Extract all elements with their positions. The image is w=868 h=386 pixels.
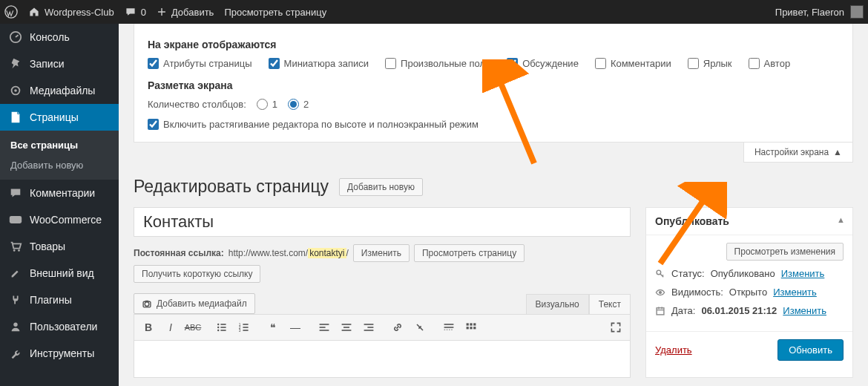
menu-tools[interactable]: Инструменты [0,340,119,367]
tab-text[interactable]: Текст [589,294,631,314]
hr-button[interactable]: — [286,318,305,337]
status-label: Статус: [671,268,705,279]
bold-button[interactable]: B [139,318,158,337]
menu-label: Записи [30,58,64,70]
update-button[interactable]: Обновить [777,339,844,361]
permalink-edit-button[interactable]: Изменить [353,244,410,262]
editor-toolbar: B I ABC 123 ❝ — [134,314,631,341]
toolbar-toggle-button[interactable] [461,318,481,337]
menu-dashboard[interactable]: Консоль [0,24,119,50]
view-page-link[interactable]: Просмотреть страницу [224,7,326,18]
comments-count: 0 [141,7,146,18]
menu-plugins[interactable]: Плагины [0,287,119,313]
check-page-attributes[interactable]: Атрибуты страницы [148,58,252,69]
publish-footer: Удалить Обновить [646,331,852,368]
svg-rect-32 [444,324,454,325]
align-center-button[interactable] [337,318,356,337]
content-area: На экране отображаются Атрибуты страницы… [119,24,868,386]
add-media-button[interactable]: Добавить медиафайл [134,293,255,314]
columns-1[interactable]: 1 [257,99,277,110]
wordpress-icon [4,5,18,19]
bullet-list-button[interactable] [212,318,231,337]
date-edit-link[interactable]: Изменить [783,305,826,316]
menu-users[interactable]: Пользователи [0,313,119,340]
chevron-up-icon[interactable]: ▲ [837,215,845,224]
preview-changes-button[interactable]: Просмотреть изменения [726,243,844,261]
italic-button[interactable]: I [161,318,180,337]
publish-visibility-row: Видимость: Открыто Изменить [655,287,844,298]
check-custom-fields[interactable]: Произвольные поля [385,58,490,69]
add-new-page-button[interactable]: Добавить новую [339,178,423,196]
menu-posts[interactable]: Записи [0,50,119,77]
key-icon [655,269,665,279]
site-home-link[interactable]: Wordpress-Club [28,6,114,18]
page-title: Редактировать страницу [134,177,329,197]
menu-appearance[interactable]: Внешний вид [0,260,119,287]
number-list-button[interactable]: 123 [234,318,254,337]
sub-all-pages[interactable]: Все страницы [0,135,119,155]
sub-add-page[interactable]: Добавить новую [0,155,119,175]
comments-link[interactable]: 0 [125,6,146,18]
permalink-label: Постоянная ссылка: [134,248,224,258]
menu-pages[interactable]: Страницы [0,104,119,131]
menu-label: Инструменты [30,347,94,359]
svg-rect-38 [470,327,472,329]
menu-woocommerce[interactable]: WooCommerce [0,206,119,233]
check-stretch-editor[interactable]: Включить растягивание редактора по высот… [148,119,839,130]
check-author[interactable]: Автор [749,58,791,69]
svg-point-7 [13,323,17,327]
columns-2[interactable]: 2 [288,99,309,110]
menu-label: Страницы [30,111,79,123]
check-comments[interactable]: Комментарии [595,58,671,69]
svg-point-41 [660,291,662,293]
post-title-input[interactable] [134,207,631,237]
svg-rect-28 [342,330,352,331]
comment-icon [125,6,137,18]
publish-heading: Опубликовать ▲ [646,208,852,235]
svg-point-13 [217,327,219,328]
check-slug[interactable]: Ярлык [688,58,732,69]
screen-options-toggle[interactable]: Настройки экрана ▲ [743,143,853,163]
admin-bar: Wordpress-Club 0 Добавить Просмотреть ст… [0,0,868,24]
svg-rect-27 [343,327,349,328]
menu-media[interactable]: Медиафайлы [0,77,119,104]
check-discussion[interactable]: Обсуждение [507,58,579,69]
align-left-button[interactable] [315,318,334,337]
unlink-button[interactable] [410,318,430,337]
align-right-button[interactable] [359,318,378,337]
svg-rect-16 [220,330,226,331]
strike-button[interactable]: ABC [183,318,203,337]
menu-comments[interactable]: Комментарии [0,180,119,206]
editor-content-area[interactable] [134,341,631,378]
plug-icon [9,293,22,307]
visibility-edit-link[interactable]: Изменить [773,287,817,298]
publish-date-row: Дата: 06.01.2015 21:12 Изменить [655,305,844,316]
permalink-view-button[interactable]: Просмотреть страницу [414,244,525,262]
svg-point-5 [13,249,16,252]
more-button[interactable] [439,318,458,337]
editor-tabs: Визуально Текст [526,294,631,314]
add-new-link[interactable]: Добавить [157,7,214,18]
menu-products[interactable]: Товары [0,233,119,260]
permalink-slug: kontaktyi [308,248,346,258]
home-icon [28,6,40,18]
add-new-label: Добавить [171,7,214,18]
link-button[interactable] [388,318,407,337]
svg-text:3: 3 [239,329,241,333]
date-value: 06.01.2015 21:12 [701,305,777,316]
delete-link[interactable]: Удалить [655,344,692,356]
add-media-label: Добавить медиафайл [157,298,247,309]
check-featured-image[interactable]: Миниатюра записи [269,58,369,69]
menu-label: Консоль [30,31,70,43]
svg-point-11 [217,324,219,325]
blockquote-button[interactable]: ❝ [263,318,283,337]
greeting[interactable]: Привет, Flaeron [775,5,864,19]
shortlink-button[interactable]: Получить короткую ссылку [134,265,260,283]
wp-logo[interactable] [4,5,18,19]
svg-rect-35 [470,323,472,325]
status-edit-link[interactable]: Изменить [781,268,825,279]
tab-visual[interactable]: Визуально [526,294,589,314]
fullscreen-button[interactable] [606,318,625,337]
menu-label: Плагины [30,294,72,306]
svg-point-6 [18,249,20,252]
